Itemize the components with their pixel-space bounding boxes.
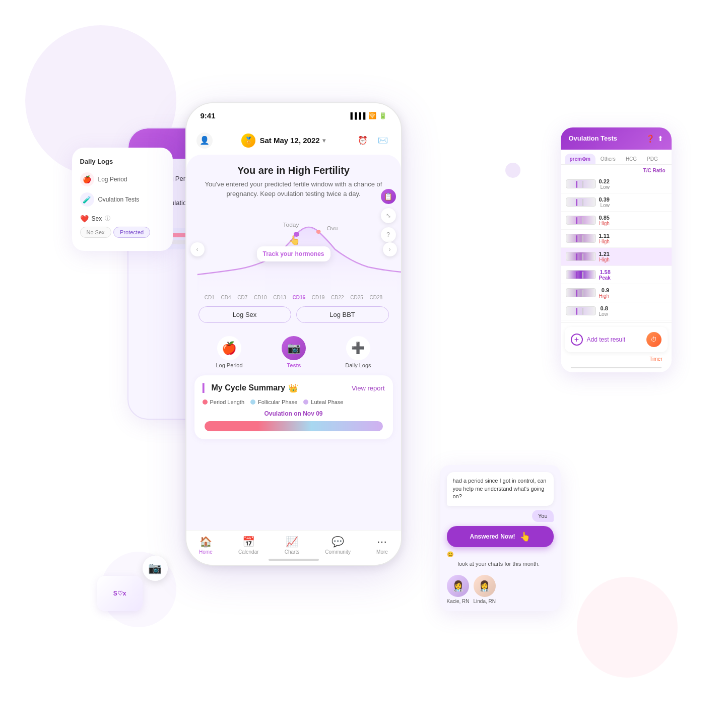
hand-cursor-icon: 👆 [519, 531, 531, 542]
svg-text:Ovu: Ovu [326, 225, 338, 231]
tests-button[interactable]: 📷 Tests [282, 336, 306, 368]
sex-section: ❤️ Sex ⓘ No Sex Protected [80, 215, 165, 241]
tab-others[interactable]: Others [595, 154, 621, 164]
chart-label-cd22: CD22 [331, 295, 344, 300]
chart-label-cd28: CD28 [370, 295, 383, 300]
alarm-icon[interactable]: ⏰ [355, 133, 371, 149]
phone-body: You are in High Fertility You've entered… [186, 155, 401, 533]
log-period-button[interactable]: 🍎 Log Period [216, 336, 242, 368]
crown-icon: 👑 [288, 383, 298, 393]
protected-badge[interactable]: Protected [113, 227, 150, 238]
tab-calendar[interactable]: 📅 Calendar [238, 536, 259, 555]
timer-badge[interactable]: ⏱ [646, 332, 661, 347]
chat-message-1: had a period since I got in control, can… [447, 472, 554, 505]
legend-follicular: Follicular Phase [250, 399, 297, 405]
test-strip-1 [566, 179, 596, 188]
nurse-avatars: 👩‍⚕️ Kacie, RN 👩‍⚕️ Linda, RN [447, 575, 554, 604]
nurse-name-1: Kacie, RN [447, 599, 470, 604]
sex-info-icon[interactable]: ⓘ [105, 215, 110, 222]
test-row-4: 1.11 High [561, 230, 672, 248]
mail-icon[interactable]: ✉️ [375, 133, 391, 149]
profile-icon[interactable]: 👤 [196, 133, 213, 149]
test-strip-5 [566, 252, 596, 261]
share-icon[interactable]: ⬆ [657, 135, 664, 143]
quick-actions: 🍎 Log Period 📷 Tests ➕ Daily Logs [186, 329, 401, 375]
daily-logs-button[interactable]: ➕ Daily Logs [345, 336, 371, 368]
chart-label-cd13: CD13 [273, 295, 286, 300]
add-test-separator [561, 322, 672, 323]
tests-icon-large: 📷 [282, 336, 306, 360]
left-panel-ovulation[interactable]: 🧪 Ovulation Tests [80, 192, 165, 207]
tab-home-label: Home [199, 549, 213, 555]
help-icon[interactable]: ❓ [646, 135, 654, 143]
follicular-dot [250, 400, 255, 405]
phone-header: 👤 🏅 Sat May 12, 2022 ▾ ⏰ ✉️ [186, 128, 401, 155]
log-period-icon: 🍎 [80, 172, 94, 186]
track-hormones-card[interactable]: Track your hormones [256, 246, 330, 261]
cycle-legend: Period Length Follicular Phase Luteal Ph… [203, 399, 385, 405]
calendar-icon: 📅 [242, 536, 255, 548]
test-strip-8 [566, 306, 596, 315]
left-panel-log-period[interactable]: 🍎 Log Period [80, 172, 165, 186]
tab-charts[interactable]: 📈 Charts [285, 536, 299, 555]
test-result-2: 0.39 Low [599, 196, 610, 208]
community-icon: 💬 [332, 536, 344, 548]
action-row: Log Sex Log BBT [186, 300, 401, 329]
camera-decoration: 📷 [143, 556, 168, 581]
add-test-row[interactable]: + Add test result ⏱ [565, 327, 668, 352]
status-bar: 9:41 ▐▐▐▐ 🛜 🔋 [186, 103, 401, 128]
chart-label-cd4: CD4 [221, 295, 231, 300]
tab-calendar-label: Calendar [238, 549, 259, 555]
tab-more[interactable]: ⋯ More [376, 536, 388, 555]
no-sex-badge[interactable]: No Sex [80, 227, 111, 238]
test-row-1: 0.22 Low [561, 175, 672, 193]
cycle-summary: ▎ My Cycle Summary 👑 View report Period … [194, 375, 393, 439]
phone-date[interactable]: Sat May 12, 2022 ▾ [259, 136, 325, 145]
cycle-summary-title: ▎ My Cycle Summary 👑 [203, 383, 299, 393]
test-row-5: 1.21 High [561, 248, 672, 266]
test-row-8: 0.8 Low [561, 302, 672, 320]
document-icon[interactable]: 📋 [381, 189, 396, 204]
chart-prev-button[interactable]: ‹ [190, 242, 205, 256]
answered-now-button[interactable]: Answered Now! 👆 [447, 526, 554, 547]
view-report-link[interactable]: View report [352, 384, 385, 392]
decorative-line [571, 367, 661, 368]
timer-label: Timer [561, 356, 672, 365]
fertility-header: You are in High Fertility You've entered… [186, 155, 401, 199]
chat-you-label: You [532, 510, 554, 522]
chart-next-button[interactable]: › [383, 242, 397, 256]
fertility-title: You are in High Fertility [198, 165, 389, 176]
test-result-8: 0.8 Low [599, 305, 608, 317]
cycle-summary-header: ▎ My Cycle Summary 👑 View report [203, 383, 385, 393]
tab-community-label: Community [325, 549, 351, 555]
sox-cat-illustration: S♡x [97, 576, 143, 611]
svg-text:👆: 👆 [288, 234, 301, 245]
tab-premium[interactable]: prem⊕m [565, 154, 595, 164]
test-row-7: 0.9 High [561, 284, 672, 302]
test-strip-6 [566, 270, 596, 279]
chart-label-cd7: CD7 [237, 295, 247, 300]
ovulation-tests-label: Ovulation Tests [98, 196, 140, 203]
ovulation-tests-icon: 🧪 [80, 192, 94, 207]
tab-hcg[interactable]: HCG [621, 154, 642, 164]
chart-label-cd10: CD10 [254, 295, 267, 300]
tab-community[interactable]: 💬 Community [325, 536, 351, 555]
fertility-desc: You've entered your predicted fertile wi… [198, 179, 389, 199]
timer-icon: ⏱ [651, 336, 657, 343]
svg-text:Today: Today [283, 222, 299, 227]
deco-blob-3 [505, 163, 520, 178]
home-icon: 🏠 [200, 536, 212, 548]
battery-icon: 🔋 [379, 112, 387, 119]
test-result-7: 0.9 High [599, 287, 610, 299]
log-bbt-button[interactable]: Log BBT [296, 306, 389, 323]
left-panel-title: Daily Logs [80, 158, 165, 165]
tab-pdg[interactable]: PDG [642, 154, 663, 164]
chart-label-cd1: CD1 [205, 295, 215, 300]
sex-label: ❤️ Sex ⓘ [80, 215, 165, 223]
log-sex-button[interactable]: Log Sex [198, 306, 291, 323]
badge-icon: 🏅 [241, 134, 255, 148]
add-test-plus-icon: + [571, 334, 583, 346]
tab-home[interactable]: 🏠 Home [199, 536, 213, 555]
tests-label-large: Tests [287, 362, 301, 368]
nurse-avatar-2: 👩‍⚕️ [474, 575, 496, 597]
